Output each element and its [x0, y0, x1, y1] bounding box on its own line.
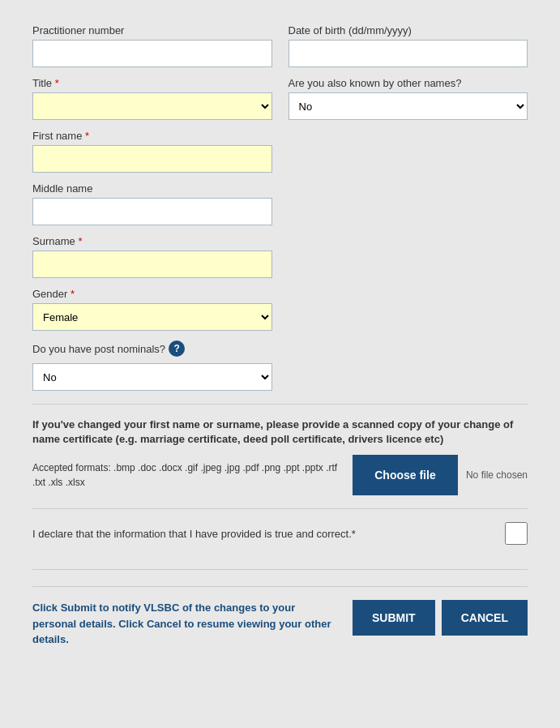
- divider-2: [32, 508, 528, 509]
- choose-file-button[interactable]: Choose file: [353, 455, 458, 495]
- firstname-label: First name *: [32, 130, 272, 142]
- col-practitioner: Practitioner number: [32, 24, 272, 67]
- post-nominals-label: Do you have post nominals?: [32, 343, 165, 355]
- surname-input[interactable]: [32, 251, 272, 278]
- col-surname: Surname *: [32, 235, 272, 278]
- col-gender: Gender * Female Male Other Prefer not to…: [32, 288, 272, 331]
- declare-checkbox[interactable]: [505, 522, 528, 545]
- gender-label: Gender *: [32, 288, 272, 300]
- col-middlename: Middle name: [32, 182, 272, 225]
- surname-required-star: *: [78, 235, 82, 247]
- firstname-required-star: *: [85, 130, 89, 142]
- practitioner-number-label: Practitioner number: [32, 24, 272, 36]
- middlename-input[interactable]: [32, 198, 272, 225]
- row-surname: Surname *: [32, 235, 528, 278]
- col-gender-right-spacer: [289, 288, 528, 331]
- name-change-info: If you've changed your first name or sur…: [32, 418, 528, 447]
- practitioner-number-input[interactable]: [32, 40, 272, 67]
- post-nominals-help-icon[interactable]: ?: [169, 340, 185, 357]
- col-post-nominals-right-spacer: [289, 340, 528, 391]
- accepted-formats-text: Accepted formats: .bmp .doc .docx .gif .…: [32, 460, 340, 490]
- row-post-nominals: Do you have post nominals? ? No Yes: [32, 340, 528, 391]
- col-title: Title * Mr Mrs Ms Miss Dr Prof: [32, 77, 272, 120]
- file-upload-area: Choose file No file chosen: [353, 455, 528, 495]
- declaration-row: I declare that the information that I ha…: [32, 522, 528, 553]
- submit-button[interactable]: SUBMIT: [353, 600, 435, 636]
- row-firstname: First name *: [32, 130, 528, 173]
- col-firstname-right-spacer: [289, 130, 528, 173]
- col-post-nominals: Do you have post nominals? ? No Yes: [32, 340, 272, 391]
- other-names-select[interactable]: No Yes: [289, 92, 528, 120]
- row-title-othernames: Title * Mr Mrs Ms Miss Dr Prof Are you a…: [32, 77, 528, 120]
- dob-label: Date of birth (dd/mm/yyyy): [289, 24, 528, 36]
- gender-select[interactable]: Female Male Other Prefer not to say: [32, 303, 272, 331]
- col-surname-right-spacer: [289, 235, 528, 278]
- bottom-section: Click Submit to notify VLSBC of the chan…: [32, 586, 528, 648]
- col-dob: Date of birth (dd/mm/yyyy): [289, 24, 528, 67]
- middlename-label: Middle name: [32, 182, 272, 195]
- other-names-label: Are you also known by other names?: [289, 77, 528, 89]
- surname-label: Surname *: [32, 235, 272, 247]
- col-firstname: First name *: [32, 130, 272, 173]
- divider-3: [32, 569, 528, 570]
- cancel-button[interactable]: CANCEL: [442, 600, 528, 636]
- col-middlename-right-spacer: [289, 182, 528, 225]
- bottom-info-text: Click Submit to notify VLSBC of the chan…: [32, 600, 336, 648]
- col-other-names: Are you also known by other names? No Ye…: [289, 77, 528, 120]
- file-upload-section: Accepted formats: .bmp .doc .docx .gif .…: [32, 455, 528, 495]
- gender-required-star: *: [71, 288, 75, 300]
- post-nominals-select[interactable]: No Yes: [32, 363, 272, 391]
- row-middlename: Middle name: [32, 182, 528, 225]
- title-select[interactable]: Mr Mrs Ms Miss Dr Prof: [32, 92, 272, 120]
- firstname-input[interactable]: [32, 145, 272, 173]
- dob-input[interactable]: [289, 40, 528, 67]
- declare-text: I declare that the information that I ha…: [32, 528, 492, 540]
- title-required-star: *: [55, 77, 59, 89]
- divider-1: [32, 404, 528, 405]
- row-gender: Gender * Female Male Other Prefer not to…: [32, 288, 528, 331]
- bottom-buttons: SUBMIT CANCEL: [353, 600, 528, 636]
- title-label: Title *: [32, 77, 272, 89]
- no-file-label: No file chosen: [466, 469, 528, 481]
- form-container: Practitioner number Date of birth (dd/mm…: [16, 16, 544, 656]
- post-nominals-label-row: Do you have post nominals? ?: [32, 340, 272, 357]
- row-practitioner-dob: Practitioner number Date of birth (dd/mm…: [32, 24, 528, 67]
